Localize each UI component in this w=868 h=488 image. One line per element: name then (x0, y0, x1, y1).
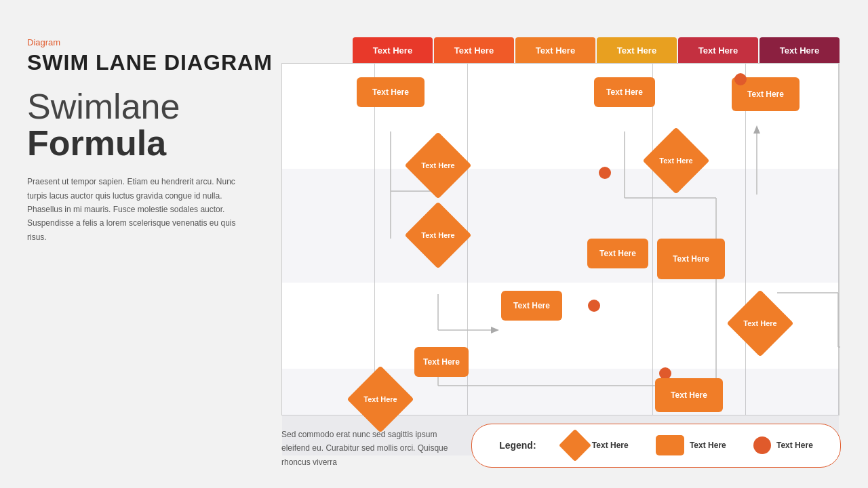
legend-label: Legend: (499, 440, 536, 451)
legend-circle-icon (753, 436, 771, 454)
legend-box: Sed commodo erat nunc sed sagittis ipsum… (281, 424, 841, 469)
legend-diamond-icon (559, 429, 591, 462)
shape-s14: Text Here (655, 378, 723, 412)
legend-item-rect: Text Here (656, 435, 726, 455)
formula-title: Formula (27, 124, 285, 163)
legend-item-rect-label: Text Here (690, 441, 726, 450)
shape-dot3 (734, 73, 747, 85)
left-panel: Diagram SWIM LANE DIAGRAM Swimlane Formu… (27, 37, 285, 244)
shape-s11: Text Here (727, 290, 794, 357)
tab-3[interactable]: Text Here (515, 37, 595, 63)
lanes-container: Text Here Text Here Text Here Text Here … (281, 63, 840, 415)
legend-item-diamond-label: Text Here (592, 441, 629, 450)
shape-s5: Text Here (501, 291, 562, 321)
legend-rect-icon (656, 435, 684, 455)
diagram-label: Diagram (27, 37, 285, 47)
shape-s9: Text Here (587, 239, 648, 268)
svg-marker-5 (491, 327, 499, 333)
header-tabs: Text Here Text Here Text Here Text Here … (353, 37, 840, 63)
description-text: Praesent ut tempor sapien. Etiam eu hend… (27, 175, 251, 244)
svg-marker-17 (753, 125, 760, 134)
shape-s1: Text Here (357, 77, 425, 107)
legend-description: Sed commodo erat nunc sed sagittis ipsum… (281, 424, 458, 469)
shape-s10: Text Here (657, 239, 725, 279)
tab-6[interactable]: Text Here (760, 37, 840, 63)
diagram-area: Text Here Text Here Text Here Text Here … (281, 37, 841, 441)
page-title: SWIM LANE DIAGRAM (27, 50, 285, 75)
tab-2[interactable]: Text Here (434, 37, 514, 63)
shape-dot1 (599, 167, 611, 179)
swim-row-2 (282, 169, 839, 283)
shape-s6: Text Here (414, 347, 469, 377)
legend-item-circle-label: Text Here (776, 441, 813, 450)
tab-5[interactable]: Text Here (678, 37, 758, 63)
shape-dot2 (588, 300, 600, 312)
shape-s7: Text Here (594, 77, 655, 107)
swimlane-title: Swimlane (27, 89, 285, 124)
tab-4[interactable]: Text Here (597, 37, 677, 63)
legend-item-circle: Text Here (753, 436, 813, 454)
legend-card: Legend: Text Here Text Here Text Here (471, 424, 841, 468)
tab-1[interactable]: Text Here (353, 37, 433, 63)
legend-item-diamond: Text Here (564, 434, 629, 457)
